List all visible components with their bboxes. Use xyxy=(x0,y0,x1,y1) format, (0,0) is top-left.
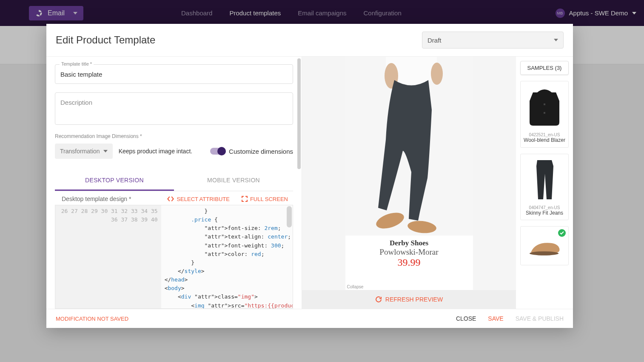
modal-title: Edit Product Template xyxy=(56,34,155,46)
tab-desktop[interactable]: DESKTOP VERSION xyxy=(55,171,174,191)
dims-help-text: Keeps product image intact. xyxy=(119,148,193,155)
field-label: Template title * xyxy=(60,61,94,66)
dims-section-label: Recommendation Image Dimensions * xyxy=(55,133,293,139)
not-saved-label: MODIFICATION NOT SAVED xyxy=(56,316,128,322)
samples-column: SAMPLES (3) 0422521_en-US Wool-blend Bla… xyxy=(516,57,573,309)
sample-thumbnail xyxy=(524,157,564,204)
transformation-select[interactable]: Transformation xyxy=(55,144,113,159)
close-button[interactable]: CLOSE xyxy=(456,315,476,322)
svg-rect-7 xyxy=(544,112,545,114)
svg-point-2 xyxy=(431,63,443,85)
description-field[interactable] xyxy=(55,92,293,125)
product-image xyxy=(345,57,473,236)
tab-mobile[interactable]: MOBILE VERSION xyxy=(174,171,293,191)
preview-card: Derby Shoes Powlowski-Morar 39.99 Collap… xyxy=(345,57,473,290)
sample-item[interactable]: 0422521_en-US Wool-blend Blazer xyxy=(520,81,569,148)
sample-name: Skinny Fit Jeans xyxy=(522,210,567,217)
status-select[interactable]: Draft xyxy=(422,32,564,49)
sample-sku: 0404747_en-US xyxy=(522,205,567,210)
sample-item[interactable] xyxy=(520,226,569,265)
svg-point-10 xyxy=(530,251,559,256)
template-title-field[interactable]: Template title * xyxy=(55,64,293,84)
chevron-down-icon xyxy=(103,150,108,152)
preview-pane: Derby Shoes Powlowski-Morar 39.99 Collap… xyxy=(302,57,573,309)
preview-product-price: 39.99 xyxy=(345,257,473,268)
customize-dimensions-label: Customize dimensions xyxy=(229,148,293,155)
chevron-down-icon xyxy=(554,39,558,41)
check-icon xyxy=(558,229,566,237)
preview-product-brand: Powlowski-Morar xyxy=(345,247,473,257)
sample-name: Wool-blend Blazer xyxy=(522,137,567,144)
svg-rect-6 xyxy=(544,103,545,105)
collapse-button[interactable]: Collapse xyxy=(347,284,364,289)
editor-toolbar: Desktop template design * SELECT ATTRIBU… xyxy=(55,191,293,205)
refresh-preview-button[interactable]: REFRESH PREVIEW xyxy=(302,290,516,309)
version-tabs: DESKTOP VERSION MOBILE VERSION xyxy=(55,171,293,191)
dimensions-row: Transformation Keeps product image intac… xyxy=(55,144,293,159)
template-title-input[interactable] xyxy=(60,71,288,78)
select-attribute-button[interactable]: SELECT ATTRIBUTE xyxy=(167,196,230,202)
code-icon xyxy=(167,196,174,201)
modal-footer: MODIFICATION NOT SAVED CLOSE SAVE SAVE &… xyxy=(46,309,573,328)
customize-dimensions-toggle[interactable] xyxy=(210,148,225,155)
save-publish-button[interactable]: SAVE & PUBLISH xyxy=(516,315,564,322)
code-editor[interactable]: 26 27 28 29 30 31 32 33 34 35 36 37 38 3… xyxy=(55,205,293,309)
sample-sku: 0422521_en-US xyxy=(522,132,567,137)
code-gutter: 26 27 28 29 30 31 32 33 34 35 36 37 38 3… xyxy=(55,205,161,308)
editor-pane: Template title * Recommendation Image Di… xyxy=(46,57,302,309)
refresh-icon xyxy=(375,296,382,303)
status-value: Draft xyxy=(427,37,442,44)
sample-item[interactable]: 0404747_en-US Skinny Fit Jeans xyxy=(520,154,569,221)
preview-product-name: Derby Shoes xyxy=(345,239,473,247)
sample-thumbnail xyxy=(524,84,564,131)
save-button[interactable]: SAVE xyxy=(488,315,503,322)
transformation-value: Transformation xyxy=(60,148,100,155)
samples-button[interactable]: SAMPLES (3) xyxy=(520,61,569,75)
editor-scrollbar[interactable] xyxy=(287,206,292,227)
full-screen-button[interactable]: FULL SCREEN xyxy=(242,196,288,202)
edit-template-modal: Edit Product Template Draft Template tit… xyxy=(46,24,573,328)
modal-header: Edit Product Template Draft xyxy=(46,24,573,57)
preview-meta: Derby Shoes Powlowski-Morar 39.99 xyxy=(345,236,473,273)
fullscreen-icon xyxy=(242,196,248,202)
editor-title: Desktop template design * xyxy=(62,195,131,202)
left-pane-scrollbar[interactable] xyxy=(296,57,302,309)
description-input[interactable] xyxy=(60,99,288,118)
code-content[interactable]: } .price { "attr">font-size: 2rem; "attr… xyxy=(161,205,293,308)
